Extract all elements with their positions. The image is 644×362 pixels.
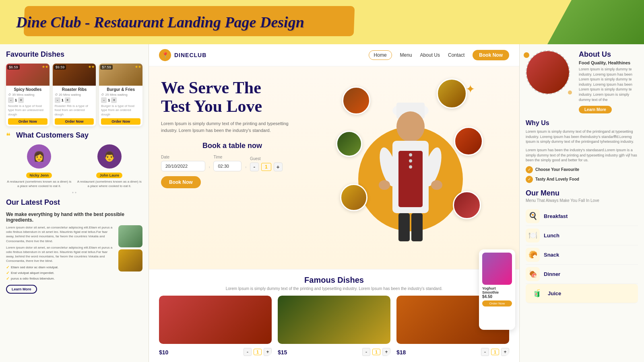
quote-icon: ❝ [6,131,10,141]
svg-point-10 [379,180,390,190]
food-circle-2 [437,78,467,109]
time-label: Time [213,155,242,159]
menu-juice-label: Juice [548,290,561,296]
svg-point-11 [431,180,442,190]
smoothie-name: Yoghurt Smoothie [482,286,512,294]
about-learn-more-btn[interactable]: Learn More [579,106,612,113]
testimonials-section: ❝ What Customers Say 👩 Nicky Jenn A rest… [6,131,142,194]
famous-desc-1: Lorem Ipsum is simply dummy text of the … [159,286,509,291]
menu-snack-label: Snack [544,252,559,258]
menu-item-juice[interactable]: 🧃 Juice [526,284,638,303]
svg-point-2 [396,111,425,142]
dish-1-name: Spicy Noodles [8,87,47,92]
famous-title: Famous Dishes [159,276,509,285]
nav-menu[interactable]: Menu [400,52,412,58]
dish-1-qty-minus[interactable]: - [8,97,14,103]
svg-point-6 [409,159,412,162]
testimonial-2-text: A restaurant (sometimes known as a diner… [76,180,143,188]
dish-card-3: $7.59 ★★ Burgur & Fries ⏱ 25 Mins waitin… [99,64,142,126]
left-sidebar: Favourite Dishes $6.59 ★★ Spicy Noodles … [0,44,149,362]
nav-contact[interactable]: Contact [448,52,464,58]
dish-3-qty-plus[interactable]: + [111,97,117,103]
dish-2-wait: ⏱ 20 Mins waiting [55,93,94,97]
guest-label: Guest [250,156,283,161]
hero-desc: Lorem Ipsum is simply dummy text of the … [161,120,303,134]
learn-more-btn[interactable]: Learn More [6,285,37,294]
dish-1-price: $6.59 [7,65,20,70]
dish-2-order-btn[interactable]: Order Now [55,118,94,125]
guest-minus-btn[interactable]: - [250,162,259,171]
about-title: About Us [579,50,638,59]
banner-title: Dine Club - Restaurant Landing Page Desi… [16,13,304,31]
why-us-desc-1: Lorem Ipsum is simply dummy text of the … [526,129,638,144]
dish-card-1: $6.59 ★★ Spicy Noodles ⏱ 35 Mins waiting… [6,64,50,126]
food-circle-6 [453,191,481,219]
date-group: Date [161,155,205,171]
deco-dot-2 [568,90,572,95]
time-input[interactable] [213,161,242,171]
nav-bar: 📍 DINECLUB Home Menu About Us Contact Bo… [149,44,519,66]
fd2-plus[interactable]: + [382,348,390,356]
latest-post-section: Our Latest Post We make everything by ha… [6,198,142,294]
testimonials-grid: 👩 Nicky Jenn A restaurant (sometimes kno… [6,144,142,188]
guest-group: Guest - 1 + [250,156,283,171]
dish-3-desc: Burger is a type of food type from an or… [101,104,140,117]
fd3-plus[interactable]: + [501,348,509,356]
why-item-1: ✓ Choose Your Favourite [526,166,638,173]
check-1: Etiam sed dolor ac diam volutpat. [6,265,115,269]
fd3-qty: 1 [491,349,499,355]
juice-icon: 🧃 [530,286,544,300]
book-now-btn[interactable]: Book Now [161,176,201,188]
dish-3-order-btn[interactable]: Order Now [101,118,140,125]
fd1-plus[interactable]: + [264,348,272,356]
date-input[interactable] [161,161,205,171]
smoothie-order-btn[interactable]: Order Now [482,300,512,306]
dish-2-qty-plus[interactable]: + [65,97,70,103]
breakfast-icon: 🍳 [526,209,540,223]
logo-text: DINECLUB [174,52,206,58]
dish-3-qty-minus[interactable]: - [101,97,107,103]
testimonial-dots: ● ● [6,191,142,194]
fd2-minus[interactable]: - [362,348,370,356]
nav-links: Home Menu About Us Contact [369,50,465,60]
smoothie-card: Yoghurt Smoothie $4.50 Order Now [479,249,515,330]
avatar-1: 👩 [27,144,51,169]
why-check-2: ✓ [526,176,533,183]
menu-item-dinner[interactable]: 🍖 Dinner [526,265,638,284]
nav-book-now-btn[interactable]: Book Now [473,50,509,60]
guest-plus-btn[interactable]: + [274,162,283,171]
date-label: Date [161,155,205,159]
center-main: 📍 DINECLUB Home Menu About Us Contact Bo… [149,44,519,362]
food-circle-3 [336,131,362,157]
top-banner: Dine Club - Restaurant Landing Page Desi… [0,0,644,44]
fd1-minus[interactable]: - [244,348,252,356]
svg-rect-12 [398,213,410,241]
dish-1-qty-plus[interactable]: + [18,97,24,103]
dish-1-order-btn[interactable]: Order Now [8,118,47,125]
famous-section: Famous Dishes Lorem Ipsum is simply dumm… [149,269,519,362]
deco-star: ✦ [466,82,475,96]
famous-dish-2: $15 - 1 + [278,296,390,356]
menu-list: 🍳 Breakfast 🍽️ Lunch 🥐 Snack 🍖 Dinner 🧃 [526,207,638,303]
nav-about[interactable]: About Us [420,52,440,58]
about-subtitle: Food Quality, Healthines [579,60,638,65]
hero-title: We Serve The Test You Love [161,78,303,115]
testimonial-1-text: A restaurant (sometimes known as a diner… [6,180,72,188]
food-circle-5 [340,184,367,211]
veggie-decoration [523,0,644,44]
post-body-1: Lorem ipsum dolor sit amet, an consectet… [6,225,115,243]
menu-item-breakfast[interactable]: 🍳 Breakfast [526,207,638,226]
nav-home[interactable]: Home [369,50,392,60]
date-time-separator: , [208,162,210,171]
fd3-minus[interactable]: - [481,348,489,356]
dish-img-1: $6.59 ★★ [6,64,50,86]
right-sidebar: About Us Food Quality, Healthines Lorem … [519,44,644,362]
dish-2-qty-minus[interactable]: - [55,97,60,103]
dish-3-stars: ★★ [135,65,141,69]
menu-item-snack[interactable]: 🥐 Snack [526,245,638,265]
testimonial-1: 👩 Nicky Jenn A restaurant (sometimes kno… [6,144,72,188]
menu-item-lunch[interactable]: 🍽️ Lunch [526,226,638,245]
why-check-1: ✓ [526,166,533,173]
lunch-icon: 🍽️ [526,228,540,243]
logo-area: 📍 DINECLUB [159,49,206,61]
